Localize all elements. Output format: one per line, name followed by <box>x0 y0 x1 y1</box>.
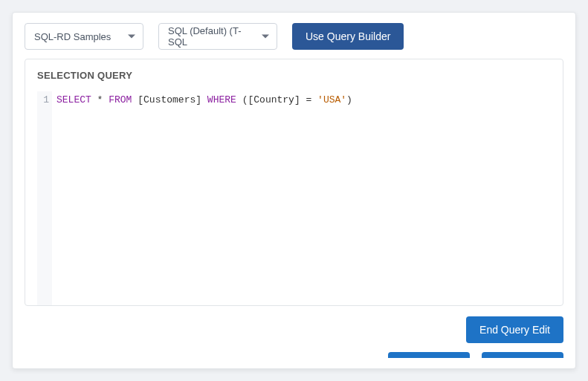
dialect-dropdown[interactable]: SQL (Default) (T-SQL <box>158 23 277 50</box>
dialect-dropdown-label: SQL (Default) (T-SQL <box>168 25 256 48</box>
end-query-edit-button[interactable]: End Query Edit <box>466 316 563 343</box>
toolbar: SQL-RD Samples SQL (Default) (T-SQL Use … <box>25 23 563 50</box>
truncated-button[interactable] <box>388 352 470 358</box>
sql-keyword: FROM <box>109 94 132 105</box>
chevron-down-icon <box>128 35 135 39</box>
query-panel: SQL-RD Samples SQL (Default) (T-SQL Use … <box>12 12 576 369</box>
bottom-buttons <box>25 352 563 358</box>
line-number: 1 <box>43 94 49 105</box>
sql-token: ([Country] = <box>236 94 317 105</box>
sql-keyword: SELECT <box>56 94 91 105</box>
sql-string: 'USA' <box>317 94 346 105</box>
truncated-button[interactable] <box>482 352 563 358</box>
chevron-down-icon <box>262 35 269 39</box>
sql-token: [Customers] <box>132 94 207 105</box>
connection-dropdown[interactable]: SQL-RD Samples <box>25 23 143 50</box>
code-editor[interactable]: 1 SELECT * FROM [Customers] WHERE ([Coun… <box>37 91 551 305</box>
sql-token: ) <box>346 94 352 105</box>
code-line: SELECT * FROM [Customers] WHERE ([Countr… <box>52 91 352 305</box>
editor-title: SELECTION QUERY <box>37 70 551 81</box>
sql-token: * <box>91 94 109 105</box>
connection-dropdown-label: SQL-RD Samples <box>34 31 111 42</box>
editor-footer: End Query Edit <box>25 316 563 343</box>
sql-keyword: WHERE <box>207 94 236 105</box>
use-query-builder-button[interactable]: Use Query Builder <box>292 23 404 50</box>
editor-container: SELECTION QUERY 1 SELECT * FROM [Custome… <box>25 59 563 306</box>
line-gutter: 1 <box>37 91 52 305</box>
